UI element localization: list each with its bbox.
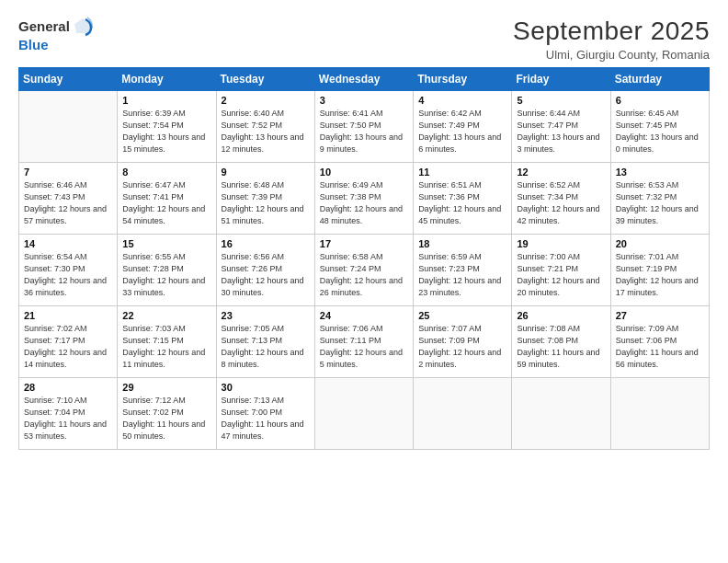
day-number: 2 bbox=[222, 95, 310, 106]
calendar-cell: 5Sunrise: 6:44 AM Sunset: 7:47 PM Daylig… bbox=[512, 91, 610, 163]
day-info: Sunrise: 7:08 AM Sunset: 7:08 PM Dayligh… bbox=[517, 323, 605, 371]
day-info: Sunrise: 7:03 AM Sunset: 7:15 PM Dayligh… bbox=[122, 323, 210, 371]
title-block: September 2025 Ulmi, Giurgiu County, Rom… bbox=[513, 17, 710, 62]
day-number: 6 bbox=[616, 95, 704, 106]
day-info: Sunrise: 6:56 AM Sunset: 7:26 PM Dayligh… bbox=[222, 251, 310, 299]
calendar-cell: 7Sunrise: 6:46 AM Sunset: 7:43 PM Daylig… bbox=[19, 163, 118, 235]
calendar-cell: 14Sunrise: 6:54 AM Sunset: 7:30 PM Dayli… bbox=[19, 235, 118, 306]
day-number: 21 bbox=[24, 310, 112, 321]
day-number: 23 bbox=[222, 310, 310, 321]
day-number: 19 bbox=[517, 238, 605, 249]
day-number: 24 bbox=[320, 310, 408, 321]
day-number: 17 bbox=[320, 238, 408, 249]
day-number: 3 bbox=[320, 95, 408, 106]
calendar-cell: 17Sunrise: 6:58 AM Sunset: 7:24 PM Dayli… bbox=[314, 235, 413, 306]
day-info: Sunrise: 6:53 AM Sunset: 7:32 PM Dayligh… bbox=[616, 179, 704, 227]
calendar-cell: 13Sunrise: 6:53 AM Sunset: 7:32 PM Dayli… bbox=[610, 163, 709, 235]
day-number: 25 bbox=[418, 310, 506, 321]
day-info: Sunrise: 6:44 AM Sunset: 7:47 PM Dayligh… bbox=[517, 108, 605, 155]
day-info: Sunrise: 7:09 AM Sunset: 7:06 PM Dayligh… bbox=[616, 323, 704, 371]
day-number: 1 bbox=[122, 95, 210, 106]
calendar-cell: 22Sunrise: 7:03 AM Sunset: 7:15 PM Dayli… bbox=[118, 306, 216, 378]
day-number: 8 bbox=[122, 167, 210, 178]
day-info: Sunrise: 7:02 AM Sunset: 7:17 PM Dayligh… bbox=[24, 323, 112, 371]
day-info: Sunrise: 6:52 AM Sunset: 7:34 PM Dayligh… bbox=[517, 179, 605, 227]
calendar-cell bbox=[512, 378, 610, 450]
day-info: Sunrise: 6:47 AM Sunset: 7:41 PM Dayligh… bbox=[122, 179, 210, 227]
calendar-cell: 19Sunrise: 7:00 AM Sunset: 7:21 PM Dayli… bbox=[512, 235, 610, 306]
day-number: 4 bbox=[418, 95, 506, 106]
weekday-header: Sunday bbox=[19, 68, 118, 91]
calendar-week-row: 7Sunrise: 6:46 AM Sunset: 7:43 PM Daylig… bbox=[19, 163, 710, 235]
day-info: Sunrise: 6:55 AM Sunset: 7:28 PM Dayligh… bbox=[122, 251, 210, 299]
day-info: Sunrise: 7:07 AM Sunset: 7:09 PM Dayligh… bbox=[418, 323, 506, 371]
day-number: 14 bbox=[24, 238, 112, 249]
day-info: Sunrise: 7:12 AM Sunset: 7:02 PM Dayligh… bbox=[122, 395, 210, 442]
day-number: 18 bbox=[418, 238, 506, 249]
day-number: 26 bbox=[517, 310, 605, 321]
calendar: SundayMondayTuesdayWednesdayThursdayFrid… bbox=[18, 67, 710, 450]
day-info: Sunrise: 6:51 AM Sunset: 7:36 PM Dayligh… bbox=[418, 179, 506, 227]
weekday-header: Thursday bbox=[414, 68, 512, 91]
day-info: Sunrise: 6:59 AM Sunset: 7:23 PM Dayligh… bbox=[418, 251, 506, 299]
day-info: Sunrise: 7:05 AM Sunset: 7:13 PM Dayligh… bbox=[222, 323, 310, 371]
calendar-cell: 29Sunrise: 7:12 AM Sunset: 7:02 PM Dayli… bbox=[118, 378, 216, 450]
day-number: 12 bbox=[517, 167, 605, 178]
calendar-cell: 15Sunrise: 6:55 AM Sunset: 7:28 PM Dayli… bbox=[118, 235, 216, 306]
day-number: 28 bbox=[24, 382, 112, 393]
calendar-cell: 9Sunrise: 6:48 AM Sunset: 7:39 PM Daylig… bbox=[216, 163, 314, 235]
logo-general: General bbox=[18, 18, 70, 35]
calendar-cell bbox=[414, 378, 512, 450]
calendar-cell: 28Sunrise: 7:10 AM Sunset: 7:04 PM Dayli… bbox=[19, 378, 118, 450]
calendar-cell: 4Sunrise: 6:42 AM Sunset: 7:49 PM Daylig… bbox=[414, 91, 512, 163]
calendar-cell: 12Sunrise: 6:52 AM Sunset: 7:34 PM Dayli… bbox=[512, 163, 610, 235]
day-number: 9 bbox=[222, 167, 310, 178]
calendar-cell: 8Sunrise: 6:47 AM Sunset: 7:41 PM Daylig… bbox=[118, 163, 216, 235]
day-info: Sunrise: 7:00 AM Sunset: 7:21 PM Dayligh… bbox=[517, 251, 605, 299]
calendar-week-row: 21Sunrise: 7:02 AM Sunset: 7:17 PM Dayli… bbox=[19, 306, 710, 378]
day-number: 30 bbox=[222, 382, 310, 393]
calendar-week-row: 28Sunrise: 7:10 AM Sunset: 7:04 PM Dayli… bbox=[19, 378, 710, 450]
day-info: Sunrise: 6:42 AM Sunset: 7:49 PM Dayligh… bbox=[418, 108, 506, 155]
calendar-cell bbox=[610, 378, 709, 450]
logo-blue: Blue bbox=[18, 37, 49, 53]
header: General Blue September 2025 Ulmi, Giurgi… bbox=[18, 17, 710, 62]
logo-icon bbox=[73, 17, 93, 37]
day-number: 20 bbox=[616, 238, 704, 249]
calendar-cell: 16Sunrise: 6:56 AM Sunset: 7:26 PM Dayli… bbox=[216, 235, 314, 306]
calendar-week-row: 1Sunrise: 6:39 AM Sunset: 7:54 PM Daylig… bbox=[19, 91, 710, 163]
calendar-cell: 27Sunrise: 7:09 AM Sunset: 7:06 PM Dayli… bbox=[610, 306, 709, 378]
page: General Blue September 2025 Ulmi, Giurgi… bbox=[0, 0, 728, 563]
day-number: 15 bbox=[122, 238, 210, 249]
calendar-header-row: SundayMondayTuesdayWednesdayThursdayFrid… bbox=[19, 68, 710, 91]
calendar-cell: 2Sunrise: 6:40 AM Sunset: 7:52 PM Daylig… bbox=[216, 91, 314, 163]
day-info: Sunrise: 6:39 AM Sunset: 7:54 PM Dayligh… bbox=[122, 108, 210, 155]
calendar-cell: 24Sunrise: 7:06 AM Sunset: 7:11 PM Dayli… bbox=[314, 306, 413, 378]
day-info: Sunrise: 6:49 AM Sunset: 7:38 PM Dayligh… bbox=[320, 179, 408, 227]
day-info: Sunrise: 7:10 AM Sunset: 7:04 PM Dayligh… bbox=[24, 395, 112, 442]
day-number: 29 bbox=[122, 382, 210, 393]
weekday-header: Saturday bbox=[610, 68, 709, 91]
day-number: 11 bbox=[418, 167, 506, 178]
day-info: Sunrise: 6:58 AM Sunset: 7:24 PM Dayligh… bbox=[320, 251, 408, 299]
calendar-cell: 3Sunrise: 6:41 AM Sunset: 7:50 PM Daylig… bbox=[314, 91, 413, 163]
title-location: Ulmi, Giurgiu County, Romania bbox=[513, 48, 710, 62]
day-info: Sunrise: 7:01 AM Sunset: 7:19 PM Dayligh… bbox=[616, 251, 704, 299]
day-info: Sunrise: 7:06 AM Sunset: 7:11 PM Dayligh… bbox=[320, 323, 408, 371]
day-info: Sunrise: 6:40 AM Sunset: 7:52 PM Dayligh… bbox=[222, 108, 310, 155]
day-info: Sunrise: 6:48 AM Sunset: 7:39 PM Dayligh… bbox=[222, 179, 310, 227]
calendar-cell: 23Sunrise: 7:05 AM Sunset: 7:13 PM Dayli… bbox=[216, 306, 314, 378]
calendar-cell: 10Sunrise: 6:49 AM Sunset: 7:38 PM Dayli… bbox=[314, 163, 413, 235]
calendar-cell: 6Sunrise: 6:45 AM Sunset: 7:45 PM Daylig… bbox=[610, 91, 709, 163]
title-month: September 2025 bbox=[513, 17, 710, 46]
day-number: 10 bbox=[320, 167, 408, 178]
day-info: Sunrise: 6:41 AM Sunset: 7:50 PM Dayligh… bbox=[320, 108, 408, 155]
logo: General Blue bbox=[18, 17, 93, 53]
weekday-header: Monday bbox=[118, 68, 216, 91]
weekday-header: Wednesday bbox=[314, 68, 413, 91]
calendar-cell: 20Sunrise: 7:01 AM Sunset: 7:19 PM Dayli… bbox=[610, 235, 709, 306]
day-info: Sunrise: 6:54 AM Sunset: 7:30 PM Dayligh… bbox=[24, 251, 112, 299]
calendar-cell: 1Sunrise: 6:39 AM Sunset: 7:54 PM Daylig… bbox=[118, 91, 216, 163]
calendar-cell bbox=[19, 91, 118, 163]
day-info: Sunrise: 6:46 AM Sunset: 7:43 PM Dayligh… bbox=[24, 179, 112, 227]
